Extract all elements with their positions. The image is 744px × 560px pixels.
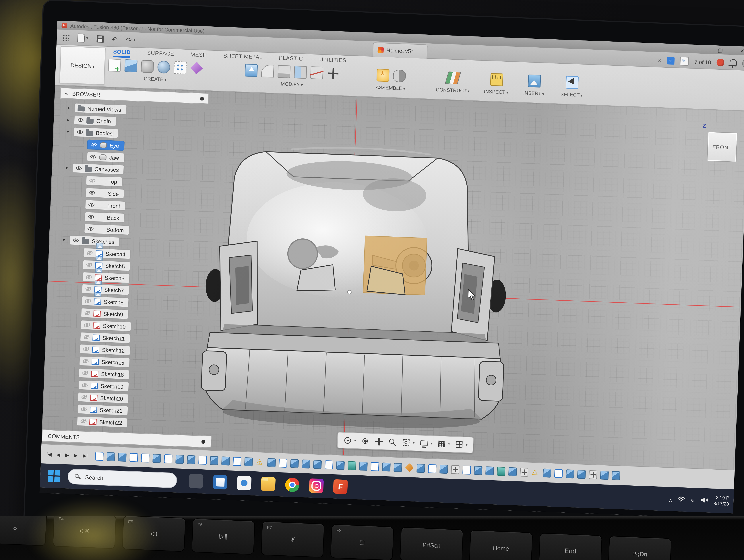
timeline-feature-sketch-icon[interactable] bbox=[371, 462, 379, 471]
visibility-eye-icon[interactable] bbox=[87, 227, 94, 231]
revolve-icon[interactable] bbox=[141, 60, 154, 73]
visibility-eye-icon[interactable] bbox=[86, 250, 93, 255]
look-at-icon[interactable] bbox=[361, 437, 370, 446]
canvas-viewport[interactable]: Z FRONT ▾▾▾▾▾ bbox=[42, 85, 744, 470]
visibility-eye-icon[interactable] bbox=[83, 335, 90, 339]
dropdown-caret-icon[interactable]: ▾ bbox=[134, 38, 136, 42]
timeline-feature-extrude-icon[interactable] bbox=[222, 456, 230, 466]
timeline-feature-extrude-icon[interactable] bbox=[359, 462, 368, 471]
dropdown-caret-icon[interactable]: ▾ bbox=[430, 441, 432, 446]
split-icon[interactable] bbox=[310, 66, 324, 79]
timeline-feature-warn-icon[interactable] bbox=[256, 457, 265, 467]
timeline-feature-sketch-icon[interactable] bbox=[325, 460, 333, 469]
apps-grid-icon[interactable] bbox=[62, 34, 70, 41]
pattern-icon[interactable] bbox=[174, 61, 187, 74]
timeline-feature-extrude-icon[interactable] bbox=[600, 471, 609, 480]
close-document-icon[interactable]: × bbox=[658, 57, 662, 64]
workspace-selector[interactable]: DESIGN bbox=[60, 46, 106, 85]
pan-icon[interactable] bbox=[374, 437, 383, 446]
tree-item-sketch12[interactable]: Sketch12 bbox=[71, 343, 131, 356]
close-button[interactable] bbox=[738, 47, 744, 55]
expand-arrow-icon[interactable]: ▾ bbox=[65, 129, 71, 134]
shell-icon[interactable] bbox=[277, 65, 291, 78]
chrome-taskbar-icon[interactable] bbox=[285, 477, 300, 492]
calculator-taskbar-icon[interactable] bbox=[213, 475, 228, 489]
instagram-taskbar-icon[interactable] bbox=[309, 478, 324, 493]
timeline-feature-move-icon[interactable] bbox=[451, 465, 460, 474]
timeline-feature-teal-icon[interactable] bbox=[348, 461, 356, 470]
tree-item-canvases[interactable]: ▾Canvases bbox=[64, 162, 137, 176]
keyboard-key-prtscn[interactable]: PrtScn bbox=[400, 527, 463, 560]
dropdown-caret-icon[interactable]: ▾ bbox=[448, 442, 450, 446]
widgets-taskbar-icon[interactable] bbox=[189, 474, 203, 488]
ribbon-group-label[interactable]: SELECT bbox=[560, 91, 583, 98]
keyboard-key-media[interactable]: ▷∥F6 bbox=[191, 518, 255, 555]
ribbon-tab-sheet-metal[interactable]: SHEET METAL bbox=[223, 53, 263, 60]
press-pull-icon[interactable] bbox=[245, 64, 258, 77]
tree-item-origin[interactable]: ▸Origin bbox=[66, 114, 139, 128]
timeline-feature-diamond-icon[interactable] bbox=[405, 463, 414, 472]
network-icon[interactable] bbox=[678, 494, 685, 505]
orbit-icon[interactable] bbox=[343, 436, 352, 445]
measure-icon[interactable] bbox=[490, 73, 503, 86]
file-icon[interactable] bbox=[77, 34, 85, 42]
timeline-feature-sketch-icon[interactable] bbox=[462, 465, 471, 474]
tree-item-sketch19[interactable]: Sketch19 bbox=[70, 379, 129, 392]
timeline-feature-extrude-icon[interactable] bbox=[336, 461, 345, 470]
go-start-icon[interactable]: |◀ bbox=[46, 451, 52, 457]
play-icon[interactable]: ▶ bbox=[65, 452, 69, 457]
timeline-feature-extrude-icon[interactable] bbox=[543, 468, 552, 477]
taskbar-clock[interactable]: 2:19 P 8/17/20 bbox=[713, 494, 730, 507]
tree-item-sketch4[interactable]: Sketch4 bbox=[75, 247, 134, 260]
box-icon[interactable] bbox=[124, 59, 138, 72]
zoom-icon[interactable] bbox=[388, 438, 397, 447]
minimize-button[interactable] bbox=[695, 46, 702, 52]
timeline-feature-teal-icon[interactable] bbox=[497, 467, 506, 476]
expand-arrow-icon[interactable]: ▾ bbox=[61, 237, 67, 242]
user-avatar[interactable] bbox=[742, 58, 744, 69]
volume-icon[interactable] bbox=[700, 495, 708, 506]
tree-item-side[interactable]: Side bbox=[77, 187, 136, 200]
move-icon[interactable] bbox=[327, 67, 340, 80]
collapse-panel-icon[interactable]: « bbox=[65, 90, 68, 96]
fusion-360-taskbar-icon[interactable] bbox=[333, 479, 348, 494]
panel-options-icon[interactable] bbox=[200, 96, 204, 101]
timeline-feature-extrude-icon[interactable] bbox=[176, 454, 184, 464]
ribbon-tab-solid[interactable]: SOLID bbox=[113, 48, 131, 58]
tree-item-sketch10[interactable]: Sketch10 bbox=[72, 319, 131, 332]
maximize-button[interactable] bbox=[716, 47, 724, 53]
timeline-feature-extrude-icon[interactable] bbox=[474, 466, 483, 475]
visibility-eye-icon[interactable] bbox=[77, 130, 83, 134]
tree-item-sketch6[interactable]: Sketch6 bbox=[74, 271, 133, 284]
keyboard-key-media[interactable]: ◁)F5 bbox=[122, 516, 186, 552]
timeline-feature-extrude-icon[interactable] bbox=[153, 453, 161, 463]
new-document-tab-button[interactable] bbox=[667, 57, 675, 65]
timeline-feature-warn-icon[interactable] bbox=[531, 468, 540, 477]
ribbon-tab-plastic[interactable]: PLASTIC bbox=[279, 55, 303, 62]
ribbon-group-label[interactable]: INSPECT bbox=[484, 89, 508, 95]
document-tab[interactable]: Helmet v5* bbox=[373, 42, 428, 59]
pen-icon[interactable]: ✎ bbox=[690, 495, 695, 505]
visibility-eye-icon[interactable] bbox=[85, 298, 91, 303]
visibility-eye-icon[interactable] bbox=[90, 154, 97, 159]
tree-item-sketch22[interactable]: Sketch22 bbox=[68, 415, 128, 428]
tree-item-front[interactable]: Front bbox=[77, 199, 136, 212]
keyboard-key-media[interactable]: ◻F8 bbox=[330, 524, 394, 560]
timeline-feature-extrude-icon[interactable] bbox=[245, 457, 253, 466]
timeline-feature-extrude-icon[interactable] bbox=[612, 471, 620, 480]
timeline-feature-sketch-icon[interactable] bbox=[141, 453, 150, 462]
visibility-eye-icon[interactable] bbox=[90, 143, 97, 147]
timeline-feature-extrude-icon[interactable] bbox=[486, 466, 494, 475]
visibility-eye-icon[interactable] bbox=[88, 203, 95, 207]
timeline-feature-extrude-icon[interactable] bbox=[417, 464, 425, 473]
visibility-eye-icon[interactable] bbox=[82, 359, 89, 363]
tree-item-sketch11[interactable]: Sketch11 bbox=[72, 331, 131, 344]
keyboard-key-media[interactable]: ◁✕F4 bbox=[52, 516, 116, 549]
visibility-eye-icon[interactable] bbox=[84, 311, 91, 315]
ribbon-tab-mesh[interactable]: MESH bbox=[190, 51, 207, 58]
expand-arrow-icon[interactable]: ▸ bbox=[66, 117, 71, 122]
dropdown-caret-icon[interactable]: ▾ bbox=[466, 443, 468, 447]
viewports-icon[interactable] bbox=[455, 440, 464, 449]
visibility-eye-icon[interactable] bbox=[84, 323, 90, 327]
visibility-eye-icon[interactable] bbox=[89, 178, 96, 183]
